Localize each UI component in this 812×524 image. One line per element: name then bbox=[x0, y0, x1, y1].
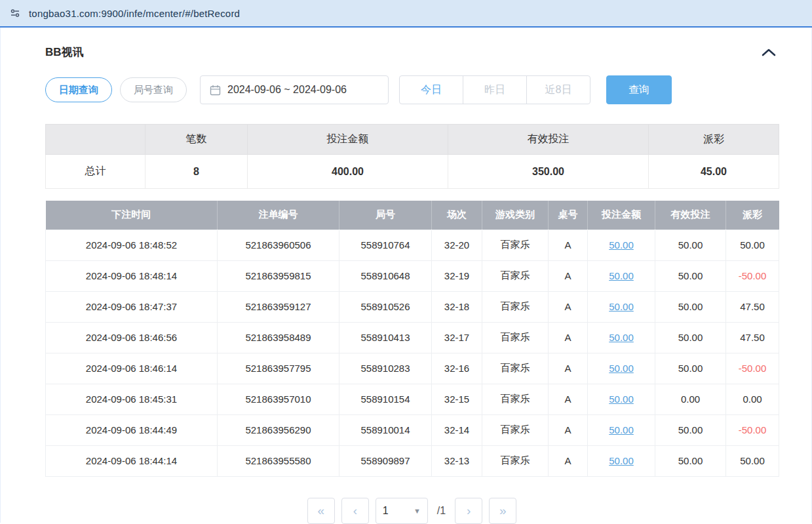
last-page-button[interactable]: » bbox=[489, 498, 516, 524]
cell-bet: 50.00 bbox=[588, 384, 655, 414]
cell-payout: 50.00 bbox=[726, 445, 779, 476]
url-text[interactable]: tongbao31.com:9900/infe/mcenter/#/betRec… bbox=[29, 8, 240, 19]
bet-column-header: 注单编号 bbox=[218, 201, 339, 230]
cell-payout: -50.00 bbox=[726, 260, 779, 291]
bet-amount-link[interactable]: 50.00 bbox=[609, 363, 634, 374]
filter-bar: 日期查询 局号查询 2024-09-06 ~ 2024-09-06 今日 昨日 … bbox=[45, 75, 779, 104]
prev-page-button[interactable]: ‹ bbox=[341, 498, 369, 524]
cell-valid: 50.00 bbox=[655, 353, 726, 384]
cell-table: A bbox=[549, 353, 588, 384]
date-query-button[interactable]: 日期查询 bbox=[45, 77, 112, 102]
cell-game: 百家乐 bbox=[482, 353, 549, 384]
cell-order: 521863958489 bbox=[218, 322, 339, 353]
cell-order: 521863957795 bbox=[218, 353, 339, 384]
cell-session: 32-19 bbox=[432, 260, 482, 291]
bet-amount-link[interactable]: 50.00 bbox=[609, 270, 634, 281]
browser-url-bar[interactable]: tongbao31.com:9900/infe/mcenter/#/betRec… bbox=[0, 0, 812, 28]
summary-bet-amount-value: 400.00 bbox=[248, 155, 448, 189]
date-range-picker[interactable]: 2024-09-06 ~ 2024-09-06 bbox=[200, 75, 389, 104]
summary-col-bet-amount: 投注金额 bbox=[248, 125, 448, 155]
cell-payout: 0.00 bbox=[726, 384, 779, 414]
cell-table: A bbox=[549, 414, 588, 445]
cell-round: 558910648 bbox=[339, 260, 432, 291]
bet-table-body: 2024-09-06 18:48:52521863960506558910764… bbox=[46, 230, 779, 476]
date-range-value[interactable]: 2024-09-06 ~ 2024-09-06 bbox=[227, 84, 347, 96]
cell-game: 百家乐 bbox=[482, 445, 549, 476]
bet-record-panel: BB视讯 日期查询 局号查询 2024-09-06 ~ 2024-09-06 今… bbox=[0, 28, 812, 523]
cell-session: 32-20 bbox=[432, 230, 482, 260]
bet-column-header: 派彩 bbox=[726, 201, 779, 230]
cell-table: A bbox=[549, 384, 588, 414]
table-row: 2024-09-06 18:45:31521863957010558910154… bbox=[46, 384, 779, 414]
cell-order: 521863955580 bbox=[218, 445, 339, 476]
cell-time: 2024-09-06 18:48:52 bbox=[46, 230, 218, 260]
summary-col-blank bbox=[46, 125, 145, 155]
cell-round: 558910413 bbox=[339, 322, 432, 353]
bet-column-header: 局号 bbox=[339, 201, 432, 230]
collapse-chevron-icon[interactable] bbox=[759, 45, 779, 59]
search-button[interactable]: 查询 bbox=[606, 75, 672, 104]
cell-session: 32-17 bbox=[432, 322, 482, 353]
cell-time: 2024-09-06 18:46:56 bbox=[46, 322, 218, 353]
table-row: 2024-09-06 18:47:37521863959127558910526… bbox=[46, 291, 779, 322]
last-8-days-button[interactable]: 近8日 bbox=[526, 75, 590, 104]
cell-time: 2024-09-06 18:47:37 bbox=[46, 291, 218, 322]
cell-payout: -50.00 bbox=[726, 353, 779, 384]
cell-round: 558910014 bbox=[339, 414, 432, 445]
cell-valid: 50.00 bbox=[655, 322, 726, 353]
page-select[interactable]: 1 ▼ bbox=[376, 498, 428, 524]
bet-column-header: 场次 bbox=[432, 201, 482, 230]
cell-bet: 50.00 bbox=[588, 414, 655, 445]
bet-column-header: 桌号 bbox=[549, 201, 588, 230]
cell-round: 558910764 bbox=[339, 230, 432, 260]
summary-total-row: 总计 8 400.00 350.00 45.00 bbox=[46, 155, 779, 189]
cell-session: 32-14 bbox=[432, 414, 482, 445]
summary-col-count: 笔数 bbox=[145, 125, 248, 155]
bet-amount-link[interactable]: 50.00 bbox=[609, 393, 634, 405]
cell-valid: 50.00 bbox=[655, 414, 726, 445]
page-title: BB视讯 bbox=[45, 45, 84, 60]
cell-time: 2024-09-06 18:44:14 bbox=[46, 445, 218, 476]
cell-game: 百家乐 bbox=[482, 230, 549, 260]
cell-order: 521863959127 bbox=[218, 291, 339, 322]
bet-amount-link[interactable]: 50.00 bbox=[609, 424, 634, 435]
bet-amount-link[interactable]: 50.00 bbox=[609, 301, 634, 312]
cell-table: A bbox=[549, 291, 588, 322]
cell-payout: 47.50 bbox=[726, 291, 779, 322]
cell-valid: 50.00 bbox=[655, 291, 726, 322]
cell-bet: 50.00 bbox=[588, 353, 655, 384]
round-query-button[interactable]: 局号查询 bbox=[120, 77, 187, 102]
today-button[interactable]: 今日 bbox=[399, 75, 463, 104]
bet-amount-link[interactable]: 50.00 bbox=[609, 455, 634, 466]
yesterday-button[interactable]: 昨日 bbox=[463, 75, 527, 104]
cell-round: 558909897 bbox=[339, 445, 432, 476]
cell-bet: 50.00 bbox=[588, 260, 655, 291]
summary-header-row: 笔数 投注金额 有效投注 派彩 bbox=[46, 125, 779, 155]
summary-total-label: 总计 bbox=[46, 155, 145, 189]
cell-time: 2024-09-06 18:48:14 bbox=[46, 260, 218, 291]
next-page-button[interactable]: › bbox=[455, 498, 482, 524]
cell-game: 百家乐 bbox=[482, 260, 549, 291]
cell-table: A bbox=[549, 230, 588, 260]
cell-time: 2024-09-06 18:44:49 bbox=[46, 414, 218, 445]
bet-column-header: 有效投注 bbox=[655, 201, 726, 230]
first-page-button[interactable]: « bbox=[307, 498, 335, 524]
bet-amount-link[interactable]: 50.00 bbox=[609, 239, 634, 251]
table-row: 2024-09-06 18:44:14521863955580558909897… bbox=[46, 445, 779, 476]
cell-bet: 50.00 bbox=[588, 291, 655, 322]
cell-session: 32-13 bbox=[432, 445, 482, 476]
cell-time: 2024-09-06 18:46:14 bbox=[46, 353, 218, 384]
bet-records-table: 下注时间注单编号局号场次游戏类别桌号投注金额有效投注派彩 2024-09-06 … bbox=[45, 201, 779, 477]
cell-bet: 50.00 bbox=[588, 230, 655, 260]
cell-valid: 50.00 bbox=[655, 230, 726, 260]
bet-column-header: 游戏类别 bbox=[482, 201, 549, 230]
cell-session: 32-18 bbox=[432, 291, 482, 322]
cell-game: 百家乐 bbox=[482, 384, 549, 414]
site-settings-icon[interactable] bbox=[9, 7, 21, 19]
page-select-value: 1 bbox=[383, 505, 389, 517]
bet-amount-link[interactable]: 50.00 bbox=[609, 332, 634, 343]
cell-valid: 50.00 bbox=[655, 445, 726, 476]
bet-column-header: 投注金额 bbox=[588, 201, 655, 230]
table-row: 2024-09-06 18:44:49521863956290558910014… bbox=[46, 414, 779, 445]
cell-round: 558910283 bbox=[339, 353, 432, 384]
